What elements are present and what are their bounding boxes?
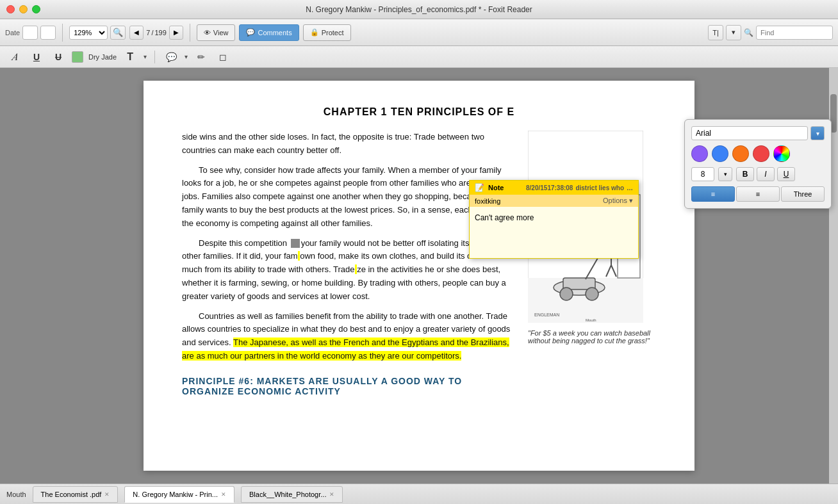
body-text-2: To see why, consider how trade affects y… bbox=[182, 164, 515, 231]
font-style-buttons: B I U bbox=[736, 167, 825, 181]
date-label: Date bbox=[5, 29, 20, 37]
color-orange[interactable] bbox=[732, 145, 749, 162]
nav-group: ◀ 7/199 ▶ bbox=[129, 26, 183, 40]
color-rainbow[interactable] bbox=[773, 145, 790, 162]
font-size-row: ▾ B I U bbox=[691, 167, 825, 181]
note-extra: district lies who bbox=[575, 184, 624, 191]
note-text: Can't agree more bbox=[475, 213, 534, 222]
tab-photo[interactable]: Black__White_Photogr... ✕ bbox=[241, 486, 343, 503]
separator-1 bbox=[62, 24, 63, 42]
font-name-input[interactable] bbox=[691, 126, 808, 140]
lock-icon: 🔒 bbox=[310, 28, 319, 37]
bold-button[interactable]: B bbox=[736, 167, 754, 181]
note-header-left: 📝 Note bbox=[475, 183, 504, 192]
note-subheader: foxitking Options ▾ bbox=[470, 195, 638, 207]
align-row: ≡ ≡ Three bbox=[691, 186, 825, 202]
highlighted-sentence: The Japanese, as well as the French and … bbox=[182, 337, 509, 361]
principle-heading: PRINCIPLE #6: MARKETS ARE USUALLY A GOOD… bbox=[182, 376, 515, 396]
tab-economist[interactable]: The Economist .pdf ✕ bbox=[33, 486, 119, 503]
close-button[interactable] bbox=[6, 5, 15, 13]
total-pages: 199 bbox=[154, 29, 166, 37]
protect-label: Protect bbox=[322, 29, 344, 37]
prev-page-button[interactable]: ◀ bbox=[129, 26, 144, 40]
note-options-button[interactable]: Options ▾ bbox=[603, 197, 633, 205]
pen-tool-button[interactable]: 𝐴 bbox=[6, 49, 23, 65]
magnifier-icon: 🔍 bbox=[744, 28, 753, 37]
maximize-button[interactable] bbox=[32, 5, 40, 13]
note-ellipsis: … bbox=[627, 184, 633, 191]
body-text-1: side wins and the other side loses. In f… bbox=[182, 132, 484, 155]
color-blue[interactable] bbox=[712, 145, 728, 162]
date-input2[interactable] bbox=[40, 26, 56, 40]
note-content[interactable]: Can't agree more bbox=[470, 207, 638, 258]
color-purple[interactable] bbox=[691, 145, 708, 162]
text-tool-button[interactable]: T bbox=[122, 49, 138, 65]
align-three-button[interactable]: Three bbox=[781, 186, 825, 202]
align-left-button[interactable]: ≡ bbox=[691, 186, 735, 202]
current-page: 7 bbox=[146, 29, 150, 37]
find-dropdown-button[interactable]: ▾ bbox=[726, 25, 741, 40]
comment-dropdown-arrow: ▾ bbox=[185, 53, 188, 60]
note-icon: 📝 bbox=[475, 183, 484, 192]
font-name-row: ▾ bbox=[691, 126, 825, 140]
window-controls bbox=[6, 5, 40, 13]
comments-label: Comments bbox=[258, 29, 292, 37]
tab-economist-label: The Economist .pdf bbox=[41, 491, 102, 498]
align-center-button[interactable]: ≡ bbox=[736, 186, 780, 202]
window-title: N. Gregory Mankiw - Principles_of_econom… bbox=[306, 5, 532, 14]
color-red[interactable] bbox=[753, 145, 769, 162]
comments-icon: 💬 bbox=[246, 28, 255, 37]
svg-text:ENGLEMAN: ENGLEMAN bbox=[534, 313, 559, 317]
underline-font-button[interactable]: U bbox=[777, 167, 795, 181]
ann-separator bbox=[154, 51, 155, 63]
minimize-button[interactable] bbox=[19, 5, 28, 13]
svg-text:Mouth: Mouth bbox=[586, 318, 596, 322]
color-name-label: Dry Jade bbox=[88, 53, 117, 61]
protect-button[interactable]: 🔒 Protect bbox=[303, 24, 351, 41]
find-input[interactable] bbox=[756, 26, 833, 40]
note-popup: 📝 Note 8/20/1517:38:08 district lies who… bbox=[469, 180, 639, 259]
cartoon-caption: "For $5 a week you can watch baseball wi… bbox=[528, 329, 656, 345]
body-text-4: Countries as well as families benefit fr… bbox=[182, 310, 515, 363]
font-size-dropdown-button[interactable]: ▾ bbox=[718, 167, 732, 181]
note-label: Note bbox=[488, 184, 504, 191]
comments-button[interactable]: 💬 Comments bbox=[239, 24, 299, 41]
font-dropdown-button[interactable]: ▾ bbox=[810, 126, 825, 140]
pencil-draw-button[interactable]: ✏ bbox=[193, 49, 210, 65]
text-dropdown-arrow: ▾ bbox=[144, 53, 147, 60]
view-button[interactable]: 👁 View bbox=[197, 24, 236, 41]
zoom-in-button[interactable]: 🔍 bbox=[110, 26, 126, 40]
annotation-toolbar: 𝐴 U U Dry Jade T ▾ 💬 ▾ ✏ ◻ bbox=[0, 46, 838, 68]
body-paragraph-1: side wins and the other side loses. In f… bbox=[182, 131, 515, 158]
chapter-heading: CHAPTER 1 TEN PRINCIPLES OF E bbox=[182, 106, 656, 118]
zoom-select[interactable]: 129% bbox=[69, 26, 108, 40]
italic-button[interactable]: I bbox=[757, 167, 775, 181]
strikethrough-button[interactable]: U bbox=[50, 49, 67, 65]
find-group: T| ▾ 🔍 bbox=[708, 25, 833, 40]
comment-button[interactable]: 💬 bbox=[163, 49, 179, 65]
next-page-button[interactable]: ▶ bbox=[169, 26, 183, 40]
titlebar: N. Gregory Mankiw - Principles_of_econom… bbox=[0, 0, 838, 19]
find-icon-button[interactable]: T| bbox=[708, 25, 723, 40]
underline-button[interactable]: U bbox=[28, 49, 45, 65]
note-header: 📝 Note 8/20/1517:38:08 district lies who… bbox=[470, 181, 638, 195]
color-swatch[interactable] bbox=[72, 51, 83, 63]
svg-point-4 bbox=[560, 288, 573, 300]
note-author: foxitking bbox=[475, 197, 500, 205]
note-meta: 8/20/1517:38:08 district lies who … bbox=[526, 184, 633, 191]
pdf-page: CHAPTER 1 TEN PRINCIPLES OF E side wins … bbox=[144, 81, 694, 471]
note-timestamp: 8/20/1517:38:08 bbox=[526, 184, 573, 191]
tab-economist-close[interactable]: ✕ bbox=[104, 491, 110, 498]
font-size-input[interactable] bbox=[691, 167, 714, 181]
tab-mankiw[interactable]: N. Gregory Mankiw - Prin... ✕ bbox=[124, 486, 234, 503]
mouth-status-label: Mouth bbox=[6, 491, 26, 498]
body-paragraph-3: Despite this competition ≡your family wo… bbox=[182, 237, 515, 304]
body-paragraph-2: To see why, consider how trade affects y… bbox=[182, 164, 515, 231]
eraser-button[interactable]: ◻ bbox=[215, 49, 231, 65]
tab-mankiw-close[interactable]: ✕ bbox=[221, 491, 226, 498]
date-group: Date bbox=[5, 26, 56, 40]
tab-photo-label: Black__White_Photogr... bbox=[249, 491, 326, 498]
tab-photo-close[interactable]: ✕ bbox=[329, 491, 334, 498]
tab-mankiw-label: N. Gregory Mankiw - Prin... bbox=[133, 491, 218, 498]
date-input[interactable] bbox=[22, 26, 38, 40]
